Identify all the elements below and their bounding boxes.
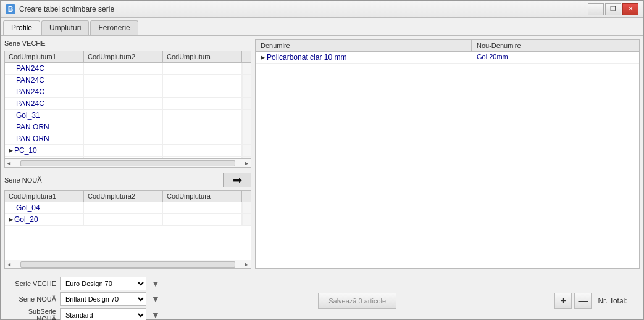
- veche-td-col3: [163, 121, 242, 133]
- veche-td-col3: [163, 63, 242, 74]
- remove-button[interactable]: —: [574, 293, 592, 309]
- veche-td-col1: PAN24C: [5, 86, 84, 97]
- tab-feronerie[interactable]: Feronerie: [90, 20, 138, 35]
- veche-hscroll-area: ◄ ►: [5, 158, 251, 167]
- tab-profile[interactable]: Profile: [3, 20, 40, 35]
- nr-total-label: Nr. Total:: [598, 297, 627, 305]
- restore-button[interactable]: ❐: [605, 3, 621, 15]
- veche-td-col2: [84, 63, 163, 74]
- right-table-header: Denumire Nou-Denumire: [256, 40, 639, 52]
- veche-table-row[interactable]: PAN ORN: [5, 133, 251, 145]
- noua-td-col2: [84, 214, 163, 225]
- expand-arrow-icon: ▶: [9, 147, 13, 154]
- noua-td-col1: Gol_04: [5, 202, 84, 213]
- right-col-nou-denumire: Nou-Denumire: [472, 40, 639, 51]
- transfer-arrow-button[interactable]: ➡: [223, 173, 251, 187]
- app-icon: B: [6, 4, 15, 14]
- noua-td-col3: [163, 214, 242, 225]
- bottom-right-controls: + —: [554, 293, 592, 309]
- serie-veche-bottom-label: Serie VECHE: [7, 280, 56, 287]
- veche-table-row[interactable]: Gol_31: [5, 110, 251, 121]
- veche-table-row[interactable]: PC_25: [5, 157, 251, 158]
- close-button[interactable]: ✕: [622, 3, 638, 15]
- noua-col2-header: CodUmplutura2: [84, 191, 163, 202]
- veche-td-col1: PAN ORN: [5, 121, 84, 133]
- veche-hscroll[interactable]: [20, 160, 235, 166]
- serie-noua-bottom-label: Serie NOUĂ: [7, 295, 56, 303]
- expand-arrow-icon: ▶: [9, 216, 13, 223]
- main-content: Serie VECHE CodUmplutura1 CodUmplutura2 …: [1, 36, 643, 273]
- noua-col3-header: CodUmplutura: [163, 191, 242, 202]
- veche-table-row[interactable]: ▶ PC_10: [5, 145, 251, 157]
- serie-noua-row: Serie NOUĂ Brillant Design 70 ▼: [7, 292, 160, 306]
- serie-veche-select[interactable]: Euro Design 70: [60, 277, 146, 290]
- tab-umpluturi[interactable]: Umpluturi: [41, 20, 89, 35]
- bottom-selects: Serie VECHE Euro Design 70 ▼ Serie NOUĂ …: [7, 277, 160, 320]
- title-bar-controls: — ❐ ✕: [588, 3, 638, 15]
- veche-td-col3: [163, 86, 242, 97]
- veche-table-row[interactable]: PAN24C: [5, 98, 251, 110]
- veche-table-row[interactable]: PAN24C: [5, 75, 251, 86]
- add-button[interactable]: +: [554, 293, 572, 309]
- minimize-button[interactable]: —: [588, 3, 604, 15]
- serie-noua-select[interactable]: Brillant Design 70: [60, 292, 146, 306]
- noua-hscroll[interactable]: [20, 261, 235, 268]
- veche-td-col3: [163, 145, 242, 156]
- right-td-nou-denumire: Gol 20mm: [472, 52, 639, 63]
- veche-td-col3: [163, 157, 242, 158]
- veche-table-row[interactable]: PAN ORN: [5, 121, 251, 133]
- veche-col2-header: CodUmplutura2: [84, 51, 163, 62]
- save-button[interactable]: Salvează 0 articole: [318, 293, 396, 309]
- subserie-noua-select[interactable]: Standard: [60, 308, 146, 320]
- veche-td-col1: PAN ORN: [5, 133, 84, 144]
- expand-arrow-icon: ▶: [261, 54, 265, 60]
- veche-td-col2: [84, 75, 163, 86]
- veche-td-col3: [163, 75, 242, 86]
- arrow-right-icon: ➡: [233, 173, 242, 187]
- subserie-noua-bottom-label: SubSerie NOUĂ: [7, 308, 56, 320]
- noua-col1-header: CodUmplutura1: [5, 191, 84, 202]
- right-table-body: ▶ Policarbonat clar 10 mm Gol 20mm: [256, 52, 639, 268]
- veche-table-header: CodUmplutura1 CodUmplutura2 CodUmplutura: [5, 51, 251, 63]
- veche-td-col2: [84, 110, 163, 121]
- right-table-row[interactable]: ▶ Policarbonat clar 10 mm Gol 20mm: [256, 52, 639, 64]
- noua-td-col3: [163, 202, 242, 213]
- veche-table-body: PAN24C PAN24C PAN24C PAN24C Gol_31: [5, 63, 251, 158]
- title-bar-left: B Creare tabel schimbare serie: [6, 4, 114, 14]
- window-title: Creare tabel schimbare serie: [19, 5, 114, 14]
- veche-td-col3: [163, 133, 242, 144]
- noua-hscroll-area: ◄ ►: [5, 260, 251, 268]
- noua-table-body: Gol_04 ▶ Gol_20: [5, 202, 251, 260]
- serie-veche-label: Serie VECHE: [4, 39, 251, 47]
- nr-total-value: __: [629, 297, 637, 305]
- serie-veche-table: CodUmplutura1 CodUmplutura2 CodUmplutura…: [4, 51, 251, 168]
- veche-col1-header: CodUmplutura1: [5, 51, 84, 62]
- veche-td-col1: Gol_31: [5, 110, 84, 121]
- veche-td-col1: PAN24C: [5, 75, 84, 86]
- subserie-noua-row: SubSerie NOUĂ Standard ▼: [7, 308, 160, 320]
- veche-td-col2: [84, 133, 163, 144]
- veche-td-col2: [84, 121, 163, 133]
- veche-td-col1: PAN24C: [5, 98, 84, 109]
- right-panel: Denumire Nou-Denumire ▶ Policarbonat cla…: [255, 39, 640, 269]
- veche-td-col3: [163, 110, 242, 121]
- right-td-denumire: ▶ Policarbonat clar 10 mm: [256, 52, 472, 63]
- serie-noua-table: CodUmplutura1 CodUmplutura2 CodUmplutura…: [4, 190, 251, 269]
- bottom-mid: Salvează 0 articole: [166, 293, 549, 309]
- noua-table-row[interactable]: ▶ Gol_20: [5, 214, 251, 226]
- noua-table-row[interactable]: Gol_04: [5, 202, 251, 214]
- veche-table-row[interactable]: PAN24C: [5, 63, 251, 75]
- main-window: B Creare tabel schimbare serie — ❐ ✕ Pro…: [0, 0, 644, 320]
- right-col-denumire: Denumire: [256, 40, 472, 51]
- veche-td-col1: ▶ PC_10: [5, 145, 84, 156]
- tab-bar: Profile Umpluturi Feronerie: [1, 18, 643, 36]
- veche-col3-header: CodUmplutura: [163, 51, 242, 62]
- veche-table-row[interactable]: PAN24C: [5, 86, 251, 98]
- serie-noua-label: Serie NOUĂ: [4, 176, 42, 184]
- nr-total: Nr. Total: __: [598, 297, 637, 305]
- noua-td-col1: ▶ Gol_20: [5, 214, 84, 225]
- noua-td-col2: [84, 202, 163, 213]
- title-bar: B Creare tabel schimbare serie — ❐ ✕: [1, 1, 643, 18]
- veche-td-col2: [84, 98, 163, 109]
- veche-td-col1: PAN24C: [5, 63, 84, 74]
